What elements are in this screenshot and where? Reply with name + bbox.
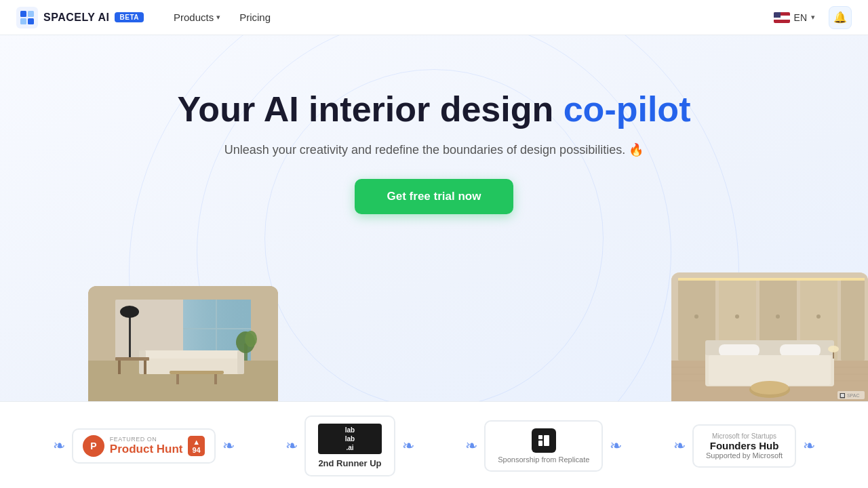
language-chevron-icon: ▾ — [811, 13, 815, 22]
ph-text-group: FEATURED ON Product Hunt — [110, 436, 183, 456]
laurel-left-lab: ❧ — [285, 437, 298, 455]
room-svg-right: 🔲 SPAC — [671, 272, 868, 401]
navbar: SPACELY AI BETA Products ▾ Pricing EN ▾ … — [0, 0, 868, 35]
ms-title: Founders Hub — [706, 440, 783, 451]
svg-point-38 — [776, 314, 780, 319]
svg-rect-57 — [538, 441, 542, 446]
ms-label: Microsoft for Startups — [706, 432, 783, 440]
notifications-button[interactable]: 🔔 — [829, 6, 852, 29]
language-selector[interactable]: EN ▾ — [768, 9, 821, 26]
microsoft-award: ❧ Microsoft for Startups Founders Hub Su… — [673, 424, 815, 468]
laurel-right-rep: ❧ — [610, 437, 622, 455]
room-image-left — [88, 286, 278, 401]
cta-button[interactable]: Get free trial now — [355, 179, 514, 214]
product-hunt-award: ❧ P FEATURED ON Product Hunt ▲ 94 ❧ — [53, 428, 235, 464]
ph-score-arrow: ▲ — [193, 438, 200, 446]
microsoft-card: Microsoft for Startups Founders Hub Supp… — [692, 424, 796, 468]
hero-images-row: 🔲 SPAC — [0, 272, 868, 401]
ms-subtitle: Supported by Microsoft — [706, 451, 783, 460]
svg-rect-11 — [183, 328, 251, 329]
svg-rect-3 — [20, 18, 26, 24]
room-svg-left — [88, 286, 278, 401]
laurel-right-ms: ❧ — [803, 437, 815, 455]
svg-rect-48 — [780, 344, 821, 357]
svg-rect-2 — [28, 11, 34, 17]
replicate-title: Sponsorship from Replicate — [498, 455, 589, 464]
svg-rect-47 — [719, 344, 760, 357]
lablab-award: ❧ lablab.ai 2nd Runner Up ❧ — [285, 415, 414, 476]
svg-rect-24 — [115, 357, 149, 361]
ph-featured-label: FEATURED ON — [110, 436, 183, 443]
logo-area: SPACELY AI BETA — [16, 7, 144, 28]
svg-rect-18 — [170, 371, 224, 374]
svg-rect-25 — [118, 361, 121, 374]
svg-rect-26 — [144, 361, 146, 374]
laurel-left-rep: ❧ — [465, 437, 477, 455]
hero-title-highlight: co-pilot — [564, 89, 691, 129]
bell-icon: 🔔 — [833, 11, 847, 24]
svg-rect-0 — [16, 7, 38, 28]
hero-content: Your AI interior design co-pilot Unleash… — [178, 89, 691, 214]
products-chevron-icon: ▾ — [216, 13, 220, 22]
svg-rect-4 — [28, 18, 34, 24]
svg-rect-49 — [709, 355, 831, 385]
ph-name: Product Hunt — [110, 443, 183, 456]
svg-rect-19 — [176, 374, 179, 384]
svg-rect-56 — [538, 435, 542, 439]
svg-rect-17 — [237, 350, 244, 374]
nav-products[interactable]: Products ▾ — [165, 7, 229, 27]
lablab-logo: lablab.ai — [318, 424, 381, 454]
svg-rect-58 — [544, 435, 549, 446]
svg-point-13 — [120, 306, 139, 318]
lablab-title: 2nd Runner Up — [318, 458, 381, 468]
hero-subtitle: Unleash your creativity and redefine the… — [178, 142, 691, 157]
replicate-icon — [532, 428, 556, 453]
svg-text:🔲 SPAC: 🔲 SPAC — [840, 392, 860, 399]
laurel-right-ph: ❧ — [222, 437, 235, 455]
svg-rect-15 — [139, 350, 244, 359]
svg-rect-40 — [678, 278, 865, 281]
spacely-logo-icon — [16, 7, 38, 28]
beta-badge: BETA — [115, 12, 143, 22]
nav-links: Products ▾ Pricing — [165, 7, 768, 27]
lablab-card: lablab.ai 2nd Runner Up — [304, 415, 395, 476]
svg-point-36 — [694, 314, 698, 319]
replicate-award: ❧ Sponsorship from Replicate ❧ — [465, 420, 622, 472]
hero-section: Your AI interior design co-pilot Unleash… — [0, 35, 868, 401]
svg-rect-35 — [841, 279, 865, 361]
nav-right: EN ▾ 🔔 — [768, 6, 852, 29]
ph-score-value: 94 — [192, 446, 200, 454]
laurel-left-ph: ❧ — [53, 437, 65, 455]
svg-point-23 — [245, 331, 257, 347]
hero-title: Your AI interior design co-pilot — [178, 89, 691, 130]
svg-rect-20 — [214, 374, 217, 384]
logo-text: SPACELY AI — [43, 12, 109, 24]
us-flag-icon — [774, 12, 790, 23]
hero-title-part1: Your AI interior design — [178, 89, 564, 129]
language-label: EN — [794, 12, 807, 23]
laurel-left-ms: ❧ — [673, 437, 686, 455]
svg-rect-12 — [129, 313, 131, 361]
nav-pricing[interactable]: Pricing — [231, 7, 279, 27]
svg-point-53 — [828, 346, 839, 352]
ph-score-badge: ▲ 94 — [188, 436, 204, 456]
replicate-card: Sponsorship from Replicate — [484, 420, 603, 472]
product-hunt-badge[interactable]: P FEATURED ON Product Hunt ▲ 94 — [72, 428, 216, 464]
laurel-right-lab: ❧ — [402, 437, 414, 455]
room-image-right: 🔲 SPAC — [671, 272, 868, 401]
svg-point-39 — [816, 314, 821, 319]
svg-rect-1 — [20, 11, 26, 17]
awards-bar: ❧ P FEATURED ON Product Hunt ▲ 94 ❧ ❧ la… — [0, 401, 868, 488]
product-hunt-icon: P — [83, 435, 104, 457]
svg-point-51 — [751, 381, 789, 394]
svg-point-37 — [735, 314, 739, 319]
